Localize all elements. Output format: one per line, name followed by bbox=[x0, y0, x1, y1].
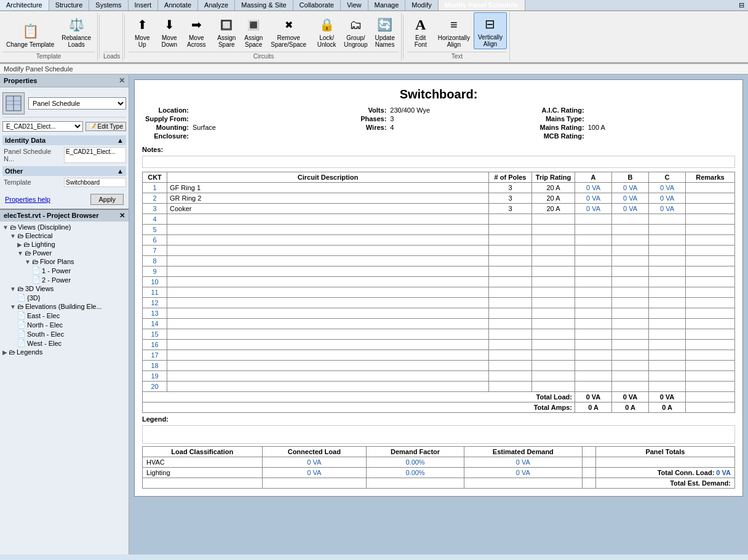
tree-item-lighting[interactable]: ▶ 🗁 Lighting bbox=[17, 240, 126, 249]
notes-label: Notes: bbox=[142, 146, 735, 153]
panel-schedule-name-value[interactable]: E_CAD21_Elect... bbox=[64, 147, 126, 163]
circuit-trip bbox=[532, 329, 575, 340]
circuit-row[interactable]: 20 bbox=[143, 382, 735, 392]
circuit-row[interactable]: 19 bbox=[143, 371, 735, 382]
rebalance-loads-button[interactable]: ⚖️ RebalanceLoads bbox=[58, 14, 95, 49]
tree-item-3d-views[interactable]: ▼ 🗁 3D Views bbox=[10, 284, 126, 293]
window-controls[interactable]: ⊟ bbox=[735, 0, 748, 10]
template-value[interactable]: Switchboard bbox=[64, 178, 126, 187]
properties-title: Properties bbox=[4, 77, 37, 84]
vertically-align-button[interactable]: ⊟ VerticallyAlign bbox=[474, 12, 507, 49]
circuit-c bbox=[649, 246, 686, 256]
apply-button[interactable]: Apply bbox=[90, 194, 124, 205]
properties-panel: Properties ✕ Panel Schedule bbox=[0, 74, 129, 209]
assign-space-button[interactable]: 🔳 AssignSpace bbox=[240, 14, 267, 49]
assign-spare-button[interactable]: 🔲 AssignSpare bbox=[213, 14, 240, 49]
tree-item-2-power[interactable]: 📄 2 - Power bbox=[32, 275, 126, 284]
tree-item-legends[interactable]: ▶ 🗁 Legends bbox=[2, 348, 126, 356]
aic-label: A.I.C. Rating: bbox=[538, 106, 587, 114]
move-up-button[interactable]: ⬆ MoveUp bbox=[129, 14, 156, 49]
circuit-trip: 20 A bbox=[532, 183, 575, 193]
group-ungroup-button[interactable]: 🗂 Group/Ungroup bbox=[340, 14, 371, 49]
circuit-num: 6 bbox=[143, 235, 167, 246]
info-col-center: Volts: 230/400 Wye Phases: 3 Wires: 4 bbox=[340, 106, 537, 141]
move-across-button[interactable]: ➡ MoveAcross bbox=[183, 14, 210, 49]
circuit-row[interactable]: 14 bbox=[143, 319, 735, 329]
move-down-button[interactable]: ⬇ MoveDown bbox=[156, 14, 183, 49]
tab-manage[interactable]: Manage bbox=[368, 0, 406, 10]
properties-close-button[interactable]: ✕ bbox=[119, 76, 125, 85]
tab-structure[interactable]: Structure bbox=[49, 0, 90, 10]
tree-item-power[interactable]: ▼ 🗁 Power bbox=[17, 249, 126, 257]
prop-type-select[interactable]: Panel Schedule bbox=[28, 97, 126, 110]
tab-collaborate[interactable]: Collaborate bbox=[293, 0, 341, 10]
identity-section-header[interactable]: Identity Data ▲ bbox=[2, 135, 126, 145]
circuit-row[interactable]: 11 bbox=[143, 287, 735, 298]
tree-item-elevations[interactable]: ▼ 🗁 Elevations (Building Ele... bbox=[10, 302, 126, 311]
tree-item-floor-plans[interactable]: ▼ 🗁 Floor Plans bbox=[25, 257, 126, 266]
circuit-c bbox=[649, 329, 686, 340]
circuit-row[interactable]: 3 Cooker 3 20 A 0 VA 0 VA 0 VA bbox=[143, 204, 735, 214]
project-browser-close[interactable]: ✕ bbox=[119, 212, 125, 220]
tab-architecture[interactable]: Architecture bbox=[0, 0, 49, 10]
circuit-row[interactable]: 4 bbox=[143, 214, 735, 225]
other-section-header[interactable]: Other ▲ bbox=[2, 166, 126, 176]
schedule-info: Location: Supply From: Mounting: Surface… bbox=[142, 106, 735, 141]
tab-view[interactable]: View bbox=[341, 0, 368, 10]
circuit-num: 5 bbox=[143, 225, 167, 235]
panel-schedule-name-label: Panel Schedule N... bbox=[2, 147, 64, 163]
circuit-trip bbox=[532, 308, 575, 319]
edit-font-button[interactable]: A EditFont bbox=[407, 14, 434, 49]
tree-item-south-elec[interactable]: 📄 South - Elec bbox=[17, 329, 126, 338]
tab-modify[interactable]: Modify bbox=[405, 0, 438, 10]
tab-annotate[interactable]: Annotate bbox=[158, 0, 198, 10]
tab-modify-panel-schedule[interactable]: Modify Panel Schedule bbox=[439, 0, 525, 10]
tree-item-3d[interactable]: 📄 {3D} bbox=[17, 293, 126, 302]
circuit-a: 0 VA bbox=[575, 193, 612, 204]
circuit-row[interactable]: 13 bbox=[143, 308, 735, 319]
properties-help-link[interactable]: Properties help bbox=[2, 193, 53, 206]
tree-item-1-power[interactable]: 📄 1 - Power bbox=[32, 266, 126, 275]
tree-item-electrical[interactable]: ▼ 🗁 Electrical bbox=[10, 231, 126, 240]
circuit-row[interactable]: 8 bbox=[143, 256, 735, 266]
tree-item-north-elec[interactable]: 📄 North - Elec bbox=[17, 320, 126, 329]
circuit-b bbox=[612, 382, 649, 392]
circuit-row[interactable]: 7 bbox=[143, 246, 735, 256]
tree-item-east-elec[interactable]: 📄 East - Elec bbox=[17, 311, 126, 320]
circuit-row[interactable]: 16 bbox=[143, 340, 735, 350]
circuit-row[interactable]: 2 GR Ring 2 3 20 A 0 VA 0 VA 0 VA bbox=[143, 193, 735, 204]
circuit-row[interactable]: 12 bbox=[143, 298, 735, 308]
circuit-row[interactable]: 15 bbox=[143, 329, 735, 340]
circuits-group-label: Circuits bbox=[129, 52, 398, 61]
lock-unlock-button[interactable]: 🔒 Lock/Unlock bbox=[313, 14, 340, 49]
circuit-row[interactable]: 6 bbox=[143, 235, 735, 246]
tab-systems[interactable]: Systems bbox=[89, 0, 128, 10]
change-template-button[interactable]: 📋 Change Template bbox=[2, 20, 58, 49]
lc-connected0: 0 VA bbox=[262, 457, 366, 468]
circuit-a bbox=[575, 340, 612, 350]
panel-schedule-select[interactable]: E_CAD21_Elect... bbox=[2, 121, 83, 132]
circuit-row[interactable]: 17 bbox=[143, 350, 735, 361]
circuit-num: 10 bbox=[143, 277, 167, 287]
circuit-desc bbox=[167, 382, 489, 392]
circuit-row[interactable]: 9 bbox=[143, 266, 735, 277]
edit-type-button[interactable]: 📝 Edit Type bbox=[86, 122, 126, 131]
remove-spare-space-button[interactable]: ✖ RemoveSpare/Space bbox=[267, 14, 310, 49]
tab-insert[interactable]: Insert bbox=[129, 0, 159, 10]
col-header-poles: # of Poles bbox=[489, 172, 532, 183]
circuit-trip bbox=[532, 287, 575, 298]
circuit-poles bbox=[489, 235, 532, 246]
horizontally-align-button[interactable]: ≡ HorizontallyAlign bbox=[434, 14, 474, 49]
update-names-button[interactable]: 🔄 UpdateNames bbox=[371, 14, 398, 49]
ribbon-group-text: A EditFont ≡ HorizontallyAlign ⊟ Vertica… bbox=[405, 12, 510, 61]
circuit-row[interactable]: 5 bbox=[143, 225, 735, 235]
tree-item-views[interactable]: ▼ 🗁 Views (Discipline) bbox=[2, 223, 126, 231]
circuit-row[interactable]: 1 GF Ring 1 3 20 A 0 VA 0 VA 0 VA bbox=[143, 183, 735, 193]
tab-analyze[interactable]: Analyze bbox=[198, 0, 235, 10]
circuit-b bbox=[612, 329, 649, 340]
tree-item-west-elec[interactable]: 📄 West - Elec bbox=[17, 338, 126, 348]
circuit-row[interactable]: 10 bbox=[143, 277, 735, 287]
circuit-row[interactable]: 18 bbox=[143, 361, 735, 371]
tab-massing[interactable]: Massing & Site bbox=[235, 0, 293, 10]
load-classification-table: Load Classification Connected Load Deman… bbox=[142, 446, 735, 489]
